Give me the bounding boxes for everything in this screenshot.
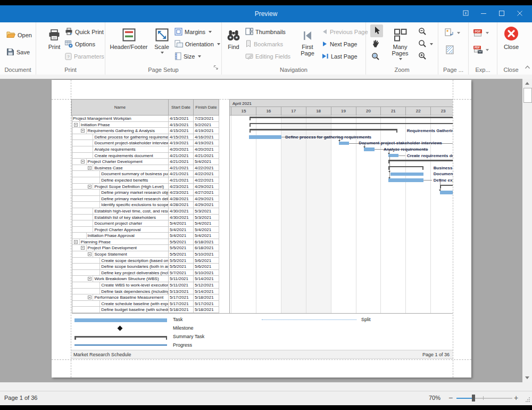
zoom-slider-plus-button[interactable]: + <box>514 393 518 402</box>
task-name: Business Case <box>94 166 122 170</box>
collapse-glyph[interactable] <box>81 129 85 133</box>
group-label-navigation: Navigation <box>222 67 365 73</box>
status-page-info: Page 1 of 36 <box>4 395 37 401</box>
report-page: Task Milestone Summary Task Progress Spl… <box>52 80 471 378</box>
margins-button[interactable]: Margins <box>174 27 212 37</box>
task-start-date: 5/17/2021 <box>169 301 194 307</box>
task-finish-date: 5/14/2021 <box>194 276 219 282</box>
window-controls <box>456 5 529 22</box>
task-start-date: 5/17/2021 <box>169 294 194 301</box>
tree-indent-line <box>99 289 100 294</box>
task-row-name-cell: Business Case <box>72 165 169 171</box>
collapse-glyph[interactable] <box>88 252 92 256</box>
export-pdf-button[interactable]: PDF <box>473 28 489 38</box>
thumbnails-button[interactable]: Thumbnails <box>245 27 286 37</box>
timeline-day-label: 23 <box>430 107 453 116</box>
options-icon <box>65 40 73 49</box>
quick-print-label: Quick Print <box>75 29 104 35</box>
orientation-button[interactable]: Orientation <box>174 39 220 50</box>
collapse-glyph[interactable] <box>88 185 92 188</box>
print-button[interactable]: Print <box>43 26 66 50</box>
collapse-glyph[interactable] <box>81 160 85 163</box>
resize-grip[interactable] <box>526 397 530 403</box>
maximize-button[interactable] <box>493 7 511 21</box>
hand-tool-button[interactable] <box>371 39 380 50</box>
bookmarks-button[interactable]: Bookmarks <box>245 39 283 50</box>
collapse-ribbon-button[interactable] <box>525 62 530 71</box>
task-finish-date: 4/19/2021 <box>194 128 219 134</box>
editing-fields-button[interactable]: Editing Fields <box>245 51 290 62</box>
task-bar <box>440 191 453 194</box>
collapse-glyph[interactable] <box>74 240 78 244</box>
open-label: Open <box>18 32 32 38</box>
first-page-icon <box>302 26 313 42</box>
task-row-name-cell: Define scope boundaries (both in and o <box>72 264 169 270</box>
watermark-button[interactable] <box>446 45 454 55</box>
export-graphic-button[interactable] <box>445 28 460 38</box>
task-bar <box>390 173 423 176</box>
legend-milestone-swatch <box>118 326 123 331</box>
zoom-slider-minus-button[interactable]: − <box>448 393 453 402</box>
zoom-dropdown-button[interactable] <box>418 39 433 50</box>
quick-print-button[interactable]: Quick Print <box>65 27 104 37</box>
summary-tick <box>440 185 441 188</box>
minus-mark <box>89 297 90 298</box>
legend-progress-label: Progress <box>173 342 192 348</box>
next-page-button[interactable]: Next Page <box>322 39 357 50</box>
scale-button[interactable]: Scale <box>150 26 173 54</box>
scroll-up-button[interactable] <box>523 80 531 87</box>
timeline-day-label: 20 <box>356 107 381 116</box>
legend-task-label: Task <box>173 317 183 322</box>
zoom-in-button[interactable] <box>418 51 427 62</box>
dependency-line <box>423 180 431 181</box>
magnifier-tool-button[interactable] <box>371 52 380 62</box>
collapse-glyph[interactable] <box>88 296 92 299</box>
collapse-glyph[interactable] <box>74 123 78 127</box>
many-pages-button[interactable]: Many Pages <box>385 26 415 60</box>
open-button[interactable]: Open <box>6 30 32 40</box>
minus-mark <box>89 254 90 255</box>
tree-indent-line <box>79 122 80 128</box>
last-page-button[interactable]: Last Page <box>322 51 358 62</box>
grid-line <box>306 116 306 313</box>
task-row-name-cell: Requirements Gathering & Analysis <box>72 128 169 134</box>
task-finish-date: 4/22/2021 <box>194 171 219 177</box>
pointer-tool-button[interactable] <box>370 24 383 37</box>
close-preview-button[interactable]: Close <box>500 26 523 50</box>
vertical-scroll-thumb[interactable] <box>523 88 532 103</box>
close-window-button[interactable] <box>511 7 529 21</box>
tree-indent-line <box>93 276 93 282</box>
window-title: Preview <box>0 5 532 22</box>
options-button[interactable]: Options <box>65 39 95 50</box>
vertical-scrollbar[interactable] <box>522 79 532 382</box>
size-button[interactable]: Size <box>174 51 201 62</box>
parameters-button[interactable]: ? Parameters <box>65 51 104 62</box>
task-start-date: 5/5/2021 <box>169 264 194 270</box>
minimize-button[interactable] <box>475 7 493 21</box>
scroll-down-button[interactable] <box>523 374 531 381</box>
collapse-glyph[interactable] <box>88 166 92 170</box>
previous-page-button[interactable]: Previous Page <box>322 27 368 37</box>
header-footer-label: Header/Footer <box>110 44 148 50</box>
timeline-day-label: 18 <box>306 107 331 116</box>
scale-dropdown-icon <box>161 52 164 54</box>
task-finish-date: 5/10/2021 <box>194 251 219 258</box>
float-window-button[interactable] <box>456 7 475 21</box>
task-finish-date: 4/21/2021 <box>194 153 219 159</box>
header-footer-button[interactable]: Header/Footer <box>109 26 149 50</box>
task-row-name-cell: Create scope description (based on busi <box>72 258 169 264</box>
watermark-icon <box>446 45 454 55</box>
zoom-out-button[interactable] <box>418 27 427 37</box>
task-start-date: 5/5/2021 <box>169 245 194 251</box>
save-button[interactable]: Save <box>6 47 30 58</box>
tree-indent-line <box>99 264 100 269</box>
tree-indent-line <box>99 301 100 307</box>
first-page-button[interactable]: First Page <box>296 26 319 56</box>
previous-page-icon <box>322 29 328 36</box>
find-button[interactable]: Find <box>223 26 244 50</box>
collapse-glyph[interactable] <box>81 246 85 250</box>
group-label-document: Document <box>0 67 36 73</box>
zoom-slider-thumb[interactable] <box>472 395 475 401</box>
collapse-glyph[interactable] <box>88 277 92 281</box>
send-pdf-email-button[interactable]: PDF <box>473 45 489 55</box>
